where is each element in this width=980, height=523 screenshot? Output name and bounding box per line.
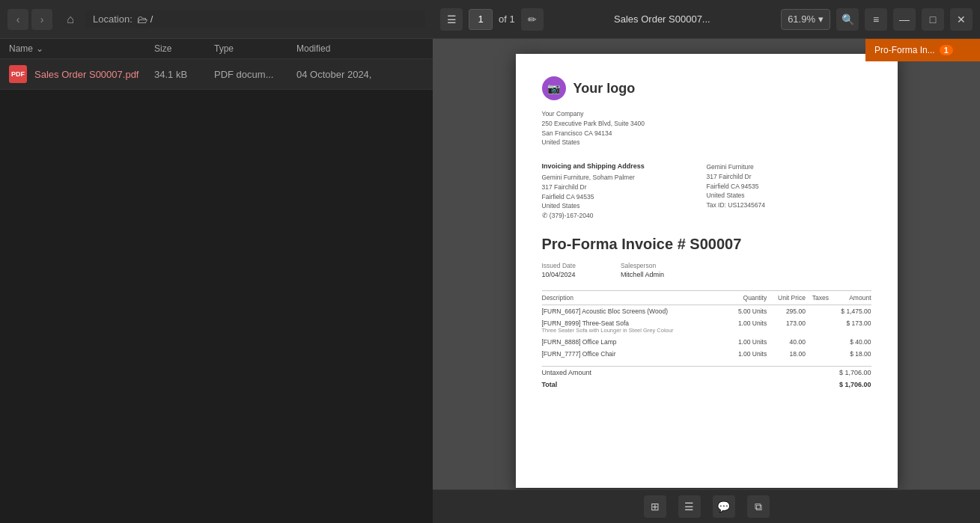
location-path: /: [150, 13, 153, 25]
item-description: [FURN_7777] Office Chair: [542, 348, 727, 360]
ship-to-address-2: Fairfield CA 94535: [707, 182, 871, 192]
pdf-title: Sales Order S00007...: [550, 13, 775, 25]
tax-id: Tax ID: US12345674: [707, 201, 871, 210]
pdf-page: 📷 Your logo Your Company 250 Executive P…: [516, 54, 898, 488]
item-unit-price: 173.00: [767, 317, 806, 336]
col-size-header: Size: [154, 43, 214, 54]
page-of-label: of 1: [499, 13, 515, 25]
untaxed-label: Untaxed Amount: [542, 369, 592, 376]
item-description: [FURN_8999] Three-Seat SofaThree Seater …: [542, 317, 727, 336]
home-button[interactable]: ⌂: [60, 9, 81, 30]
table-row: [FURN_8999] Three-Seat SofaThree Seater …: [542, 317, 871, 336]
file-manager-toolbar: ‹ › ⌂ Location: 🗁 /: [0, 0, 433, 39]
company-name: Your Company: [542, 109, 871, 119]
file-size: 34.1 kB: [154, 69, 214, 80]
sort-icon: ⌄: [36, 43, 43, 54]
maximize-button[interactable]: □: [922, 8, 944, 31]
pdf-toolbar: ☰ of 1 ✏ Sales Order S00007... 61.9% ▾ 🔍…: [433, 0, 980, 39]
logo-icon: 📷: [542, 76, 566, 100]
customer-address-2: Fairfield CA 94535: [542, 192, 707, 202]
salesperson-label: Salesperson: [621, 262, 664, 269]
totals-section: Untaxed Amount $ 1,706.00 Total $ 1,706.…: [542, 366, 871, 391]
folder-icon: 🗁: [137, 13, 147, 25]
tab-strip: Pro-Forma In... 1: [865, 39, 980, 61]
item-taxes: [806, 336, 829, 348]
comment-button[interactable]: 💬: [713, 495, 735, 518]
customer-phone: ✆ (379)-167-2040: [542, 211, 707, 221]
file-type: PDF docum...: [214, 69, 296, 80]
col-name-header[interactable]: Name ⌄: [9, 43, 154, 54]
customer-name: Gemini Furniture, Soham Palmer: [542, 173, 707, 183]
file-name: Sales Order S00007.pdf: [34, 69, 154, 80]
issued-date-label: Issued Date: [542, 262, 576, 269]
meta-section: Issued Date 10/04/2024 Salesperson Mitch…: [542, 262, 871, 278]
list-view-button[interactable]: ☰: [678, 495, 701, 518]
col-description: Description: [542, 290, 727, 305]
salesperson-block: Salesperson Mitchell Admin: [621, 262, 664, 278]
zoom-chevron-icon: ▾: [818, 13, 824, 25]
file-type-icon: PDF: [9, 65, 27, 83]
company-address: Your Company 250 Executive Park Blvd, Su…: [542, 109, 871, 147]
grid-view-button[interactable]: ⊞: [644, 495, 666, 518]
fullscreen-button[interactable]: ⧉: [747, 495, 770, 518]
file-manager: ‹ › ⌂ Location: 🗁 / Name ⌄ Size Type Mod…: [0, 0, 433, 523]
file-row[interactable]: PDF Sales Order S00007.pdf 34.1 kB PDF d…: [0, 59, 433, 90]
item-quantity: 1.00 Units: [726, 336, 767, 348]
item-quantity: 1.00 Units: [726, 348, 767, 360]
pdf-viewer: ☰ of 1 ✏ Sales Order S00007... 61.9% ▾ 🔍…: [433, 0, 980, 523]
minimize-button[interactable]: —: [893, 8, 916, 31]
untaxed-value: $ 1,706.00: [839, 369, 871, 376]
forward-button[interactable]: ›: [31, 9, 52, 30]
ship-to-name: Gemini Furniture: [707, 162, 871, 172]
item-amount: $ 1,475.00: [829, 305, 871, 317]
col-type-header: Type: [214, 43, 296, 54]
item-description: [FURN_6667] Acoustic Bloc Screens (Wood): [542, 305, 727, 317]
customer-address-1: 317 Fairchild Dr: [542, 183, 707, 192]
company-country: United States: [542, 138, 871, 147]
item-unit-price: 295.00: [767, 305, 806, 317]
invoicing-address-label: Invoicing and Shipping Address: [542, 162, 707, 170]
table-row: [FURN_8888] Office Lamp1.00 Units40.00$ …: [542, 336, 871, 348]
back-button[interactable]: ‹: [7, 9, 28, 30]
total-label: Total: [542, 381, 558, 388]
menu-button[interactable]: ≡: [865, 8, 887, 31]
col-quantity: Quantity: [726, 290, 767, 305]
logo-text: Your logo: [573, 81, 636, 97]
total-value: $ 1,706.00: [839, 381, 871, 388]
logo-area: 📷 Your logo: [542, 76, 871, 100]
item-amount: $ 18.00: [829, 348, 871, 360]
item-quantity: 5.00 Units: [726, 305, 767, 317]
search-button[interactable]: 🔍: [836, 8, 859, 31]
pro-forma-tab[interactable]: Pro-Forma In... 1: [865, 39, 962, 61]
ship-to-country: United States: [707, 191, 871, 201]
items-table: Description Quantity Unit Price Taxes Am…: [542, 290, 871, 360]
item-unit-price: 18.00: [767, 348, 806, 360]
table-row: [FURN_7777] Office Chair1.00 Units18.00$…: [542, 348, 871, 360]
company-address-1: 250 Executive Park Blvd, Suite 3400: [542, 119, 871, 129]
company-address-2: San Francisco CA 94134: [542, 129, 871, 138]
invoicing-address-block: Invoicing and Shipping Address Gemini Fu…: [542, 162, 707, 221]
close-button[interactable]: ✕: [950, 8, 973, 31]
edit-button[interactable]: ✏: [521, 8, 544, 31]
sidebar-toggle-button[interactable]: ☰: [440, 8, 463, 31]
pdf-content-area: 📷 Your logo Your Company 250 Executive P…: [433, 39, 980, 489]
address-section: Invoicing and Shipping Address Gemini Fu…: [542, 162, 871, 221]
salesperson-value: Mitchell Admin: [621, 271, 664, 278]
customer-country: United States: [542, 201, 707, 211]
page-number-input[interactable]: [469, 9, 493, 30]
col-unit-price: Unit Price: [767, 290, 806, 305]
zoom-control[interactable]: 61.9% ▾: [781, 9, 830, 30]
invoice-title: Pro-Forma Invoice # S00007: [542, 236, 871, 253]
file-modified: 04 October 2024,: [296, 69, 424, 80]
col-taxes: Taxes: [806, 290, 829, 305]
item-quantity: 1.00 Units: [726, 317, 767, 336]
tab-count-badge: 1: [940, 45, 953, 55]
issued-date-block: Issued Date 10/04/2024: [542, 262, 576, 278]
location-bar: Location: 🗁 /: [85, 10, 425, 28]
item-amount: $ 173.00: [829, 317, 871, 336]
ship-to-address-1: 317 Fairchild Dr: [707, 172, 871, 182]
item-amount: $ 40.00: [829, 336, 871, 348]
shipping-address-block: Gemini Furniture 317 Fairchild Dr Fairfi…: [707, 162, 871, 221]
table-row: [FURN_6667] Acoustic Bloc Screens (Wood)…: [542, 305, 871, 317]
zoom-value: 61.9%: [788, 13, 815, 25]
